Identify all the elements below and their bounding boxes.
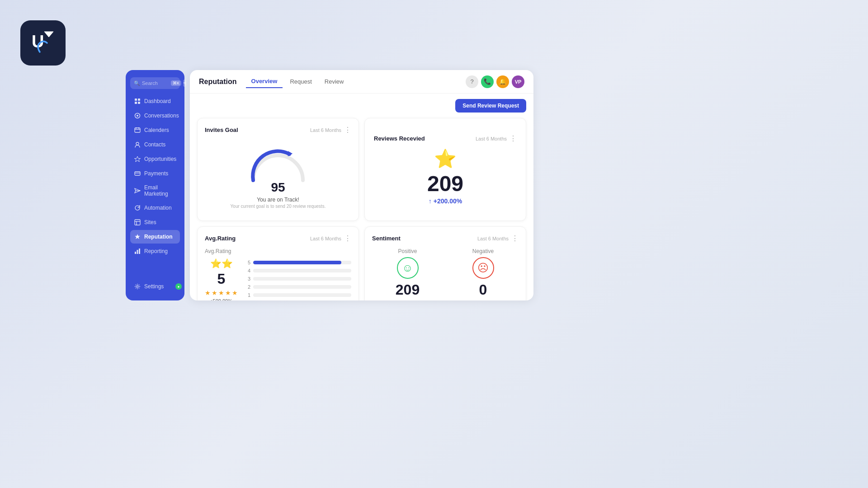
svg-marker-20	[135, 234, 140, 239]
calendar-icon	[134, 127, 141, 134]
negative-label: Negative	[472, 248, 494, 254]
help-icon-btn[interactable]: ?	[466, 75, 478, 88]
svg-rect-21	[135, 252, 136, 254]
sidebar-item-label: Opportunities	[144, 156, 176, 162]
sidebar-item-email-marketing[interactable]: Email Marketing	[130, 181, 180, 200]
invites-goal-meta: Last 6 Months ⋮	[310, 126, 351, 134]
search-bar[interactable]: 🔍 ⌘K +	[130, 77, 180, 89]
sentiment-meta: Last 6 Months ⋮	[477, 234, 519, 243]
bar-track-4	[253, 269, 351, 272]
bar-track-5	[253, 261, 351, 264]
sidebar-item-label: Dashboard	[144, 98, 171, 104]
bar-row-2: 2	[245, 284, 351, 290]
avg-rating-card: Avg.Rating Last 6 Months ⋮ Avg.Rating ⭐⭐…	[197, 226, 359, 300]
sidebar-item-conversations[interactable]: Conversations	[130, 109, 180, 122]
tab-review[interactable]: Review	[319, 75, 349, 88]
svg-rect-4	[138, 102, 140, 104]
positive-label: Positive	[398, 248, 417, 254]
bar-row-5: 5	[245, 260, 351, 265]
search-add-icon[interactable]: +	[183, 80, 186, 87]
tab-navigation: Overview Request Review	[246, 75, 349, 88]
sidebar-item-opportunities[interactable]: Opportunities	[130, 152, 180, 166]
cards-grid: Invites Goal Last 6 Months ⋮	[197, 118, 526, 300]
sidebar-item-sites[interactable]: Sites	[130, 216, 180, 229]
avg-rating-meta: Last 6 Months ⋮	[310, 234, 351, 243]
sidebar-item-label: Calenders	[144, 127, 169, 133]
sentiment-title: Sentiment	[372, 235, 401, 242]
sentiment-menu[interactable]: ⋮	[511, 234, 519, 243]
phone-icon-btn[interactable]: 📞	[481, 75, 494, 88]
sentiment-positive: Positive ☺ 209 ↑ 100%	[372, 248, 443, 300]
sidebar-item-reporting[interactable]: Reporting	[130, 244, 180, 258]
sidebar-item-label: Contacts	[144, 141, 165, 148]
svg-rect-1	[135, 99, 137, 101]
svg-rect-13	[135, 172, 140, 175]
main-content: Send Review Request Invites Goal Last 6 …	[190, 94, 533, 300]
gauge-subtext: Your current goal is to send 20 review r…	[231, 204, 326, 209]
gauge-status: You are on Track!	[257, 197, 299, 203]
avg-rating-menu[interactable]: ⋮	[344, 234, 351, 243]
person-icon	[134, 141, 141, 148]
invites-goal-card: Invites Goal Last 6 Months ⋮	[197, 118, 359, 221]
bar-row-1: 1	[245, 292, 351, 298]
grid-icon	[134, 98, 141, 105]
send-review-request-button[interactable]: Send Review Request	[455, 99, 526, 113]
svg-marker-12	[135, 156, 141, 162]
positive-smiley-icon: ☺	[397, 257, 419, 279]
sidebar-item-payments[interactable]: Payments	[130, 167, 180, 180]
sidebar-item-label: Settings	[144, 283, 164, 290]
bar-track-3	[253, 277, 351, 281]
tab-request[interactable]: Request	[284, 75, 317, 88]
tab-overview[interactable]: Overview	[246, 75, 283, 88]
svg-rect-3	[135, 102, 137, 104]
reviews-star-icon: ⭐	[427, 148, 463, 169]
svg-rect-22	[137, 250, 138, 254]
bar-label-4: 4	[245, 268, 250, 273]
avg-rating-period: Last 6 Months	[310, 236, 341, 241]
reviews-received-meta: Last 6 Months ⋮	[476, 134, 517, 143]
invites-goal-menu[interactable]: ⋮	[344, 126, 351, 134]
sidebar-item-calenders[interactable]: Calenders	[130, 123, 180, 137]
avg-rating-inner: ⭐⭐ 5 ★★★★★ ↑500.00% 5	[205, 258, 351, 300]
search-input[interactable]	[142, 80, 169, 86]
svg-rect-2	[138, 99, 140, 101]
sidebar-item-automation[interactable]: Automation	[130, 201, 180, 215]
sidebar-item-label: Reporting	[144, 248, 168, 254]
bar-track-2	[253, 285, 351, 289]
avg-rating-card-header: Avg.Rating Last 6 Months ⋮	[205, 234, 351, 243]
notification-icon-btn[interactable]: 🔔	[496, 75, 509, 88]
reviews-received-menu[interactable]: ⋮	[509, 134, 517, 143]
reviews-received-card-header: Reviews Recevied Last 6 Months ⋮	[374, 134, 517, 143]
gauge-container: 95 You are on Track! Your current goal i…	[205, 140, 351, 213]
sidebar-item-dashboard[interactable]: Dashboard	[130, 94, 180, 108]
bar-label-5: 5	[245, 260, 250, 265]
app-logo: U	[20, 20, 66, 66]
avg-rating-label: Avg.Rating	[205, 248, 351, 254]
svg-rect-17	[135, 220, 140, 225]
rating-stars-icon: ⭐⭐	[210, 258, 233, 269]
avatar-btn[interactable]: VP	[512, 75, 524, 88]
award-icon	[134, 233, 141, 240]
sidebar-item-label: Reputation	[144, 234, 173, 240]
bar-row-3: 3	[245, 276, 351, 282]
reviews-received-period: Last 6 Months	[476, 136, 507, 141]
rating-number: 5	[217, 271, 226, 287]
positive-count: 209	[396, 282, 420, 298]
invites-goal-card-header: Invites Goal Last 6 Months ⋮	[205, 126, 351, 134]
reviews-received-content: ⭐ 209 ↑ +200.00%	[427, 148, 463, 205]
chat-icon	[134, 112, 141, 119]
sentiment-period: Last 6 Months	[477, 236, 509, 241]
invites-goal-period: Last 6 Months	[310, 127, 341, 133]
rating-bars: 5 4 3	[245, 258, 351, 298]
sidebar-item-contacts[interactable]: Contacts	[130, 138, 180, 151]
negative-count: 0	[479, 282, 487, 298]
credit-card-icon	[134, 170, 141, 177]
sidebar-item-reputation[interactable]: Reputation	[130, 230, 180, 244]
reviews-received-card: Reviews Recevied Last 6 Months ⋮ ⭐ 209 ↑…	[364, 118, 526, 221]
sidebar-item-settings[interactable]: Settings ●	[130, 280, 180, 293]
sidebar-item-label: Automation	[144, 205, 172, 211]
svg-rect-7	[135, 128, 140, 132]
svg-rect-23	[139, 249, 140, 254]
send-icon	[134, 187, 141, 194]
settings-icon	[134, 283, 141, 290]
